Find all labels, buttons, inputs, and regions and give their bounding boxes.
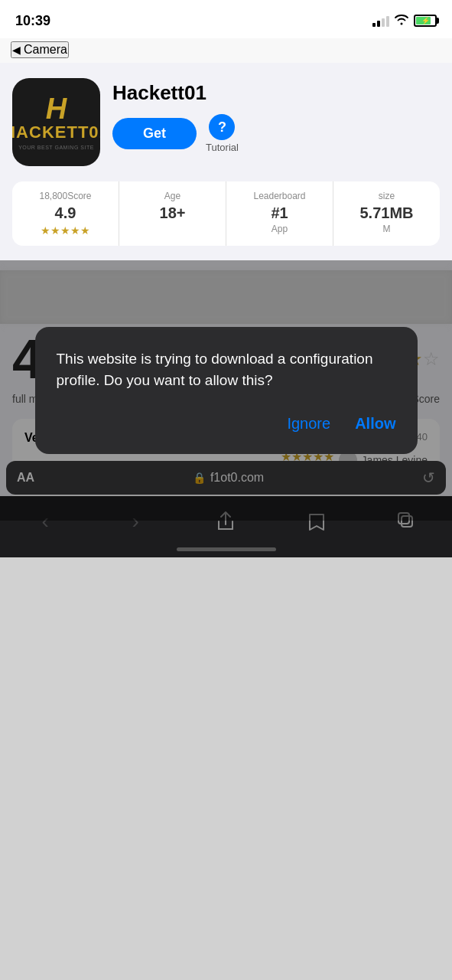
dialog-box: This website is trying to download a con… <box>35 327 418 454</box>
stat-age-value: 18+ <box>125 204 219 222</box>
back-bar: ◀ Camera <box>0 38 452 63</box>
app-actions: Get ? Tutorial <box>112 114 440 153</box>
get-button[interactable]: Get <box>112 118 197 149</box>
stat-size-value: 5.71MB <box>340 204 434 222</box>
stats-row: 18,800Score 4.9 ★★★★★ Age 18+ Leaderboar… <box>12 181 440 246</box>
stat-rating-label: 18,800Score <box>18 191 112 201</box>
status-bar: 10:39 ⚡ <box>0 0 452 38</box>
back-arrow-icon: ◀ <box>12 44 21 56</box>
stat-size: size 5.71MB M <box>333 181 440 246</box>
dialog-buttons: Ignore Allow <box>57 412 396 436</box>
app-name: Hackett01 <box>112 81 440 105</box>
stat-leaderboard-label: Leaderboard <box>233 191 327 201</box>
battery-icon: ⚡ <box>414 15 437 27</box>
home-indicator <box>177 547 276 551</box>
app-info: Hackett01 Get ? Tutorial <box>112 78 440 153</box>
allow-button[interactable]: Allow <box>355 412 395 436</box>
app-store-page: H HACKETT01 YOUR BEST GAMING SITE Hacket… <box>0 63 452 270</box>
stat-age-label: Age <box>125 191 219 201</box>
signal-icon <box>372 15 389 27</box>
dialog-message: This website is trying to download a con… <box>57 348 396 390</box>
app-icon: H HACKETT01 YOUR BEST GAMING SITE <box>12 78 100 166</box>
stat-leaderboard-sub: App <box>233 224 327 234</box>
stat-age: Age 18+ <box>119 181 226 246</box>
stat-leaderboard: Leaderboard #1 App <box>226 181 333 246</box>
stat-rating-value: 4.9 <box>18 204 112 222</box>
camera-back-label: Camera <box>24 43 67 57</box>
wifi-icon <box>394 13 409 28</box>
status-time: 10:39 <box>15 13 50 29</box>
stat-stars: ★★★★★ <box>18 224 112 237</box>
stat-size-label: size <box>340 191 434 201</box>
dialog-overlay: This website is trying to download a con… <box>0 260 452 521</box>
tutorial-icon: ? <box>209 114 235 140</box>
tutorial-label: Tutorial <box>206 142 239 153</box>
stat-leaderboard-value: #1 <box>233 204 327 222</box>
stat-rating: 18,800Score 4.9 ★★★★★ <box>12 181 119 246</box>
tutorial-section: ? Tutorial <box>206 114 239 153</box>
stat-size-sub: M <box>340 224 434 234</box>
status-icons: ⚡ <box>372 13 437 28</box>
app-header: H HACKETT01 YOUR BEST GAMING SITE Hacket… <box>12 78 440 166</box>
camera-back-button[interactable]: ◀ Camera <box>11 41 69 58</box>
ignore-button[interactable]: Ignore <box>287 412 330 436</box>
